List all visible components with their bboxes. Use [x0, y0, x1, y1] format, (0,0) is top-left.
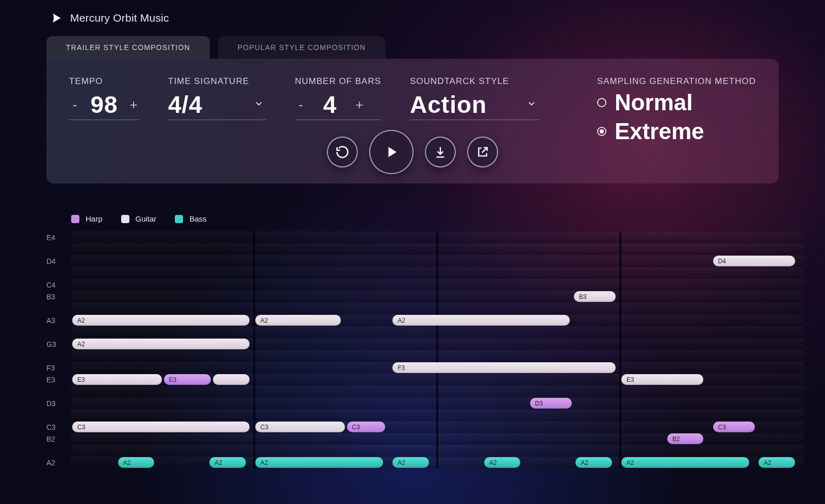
note-harp[interactable]: E3	[164, 374, 211, 385]
pitch-label: B3	[46, 293, 70, 301]
transport-actions	[327, 130, 498, 174]
note-guitar[interactable]: A2	[255, 315, 341, 326]
note-guitar[interactable]	[213, 374, 250, 385]
radio-icon	[597, 127, 606, 136]
note-guitar[interactable]: E3	[621, 374, 703, 385]
num-bars-label: NUMBER OF BARS	[295, 76, 381, 87]
num-bars-increase-button[interactable]: +	[354, 98, 365, 111]
track-legend: Harp Guitar Bass	[71, 214, 779, 223]
tempo-label: TEMPO	[69, 76, 139, 87]
legend-label: Bass	[189, 214, 206, 223]
pitch-label: D3	[46, 399, 70, 408]
legend-label: Guitar	[136, 214, 157, 223]
tab-popular-style[interactable]: POPULAR STYLE COMPOSITION	[218, 36, 386, 59]
note-bass[interactable]: A2	[392, 457, 429, 468]
note-guitar[interactable]: A2	[392, 315, 570, 326]
legend-swatch	[121, 215, 129, 223]
legend-item-guitar: Guitar	[121, 214, 157, 223]
note-harp[interactable]: C3	[347, 422, 385, 432]
note-bass[interactable]: A2	[118, 457, 155, 468]
note-guitar[interactable]: D4	[713, 256, 795, 266]
note-guitar[interactable]: C3	[255, 422, 345, 432]
note-bass[interactable]: A2	[575, 457, 612, 468]
sampling-option-normal[interactable]: Normal	[597, 90, 756, 115]
note-guitar[interactable]: C3	[72, 422, 250, 432]
pitch-label: C3	[46, 423, 70, 431]
pitch-label: E3	[46, 376, 70, 384]
download-button[interactable]	[425, 137, 456, 167]
bar-separator	[253, 231, 255, 468]
tab-trailer-style[interactable]: TRAILER STYLE COMPOSITION	[46, 36, 210, 59]
style-select[interactable]: Action	[410, 91, 539, 120]
note-harp[interactable]: C3	[713, 422, 755, 432]
app-header: Mercury Orbit Music	[46, 11, 779, 25]
app-title: Mercury Orbit Music	[70, 12, 169, 24]
pitch-label: G3	[46, 340, 70, 348]
regenerate-button[interactable]	[327, 137, 358, 167]
sampling-option-label: Normal	[615, 90, 693, 115]
tempo-control: TEMPO - 98 +	[69, 76, 139, 144]
note-guitar[interactable]: A2	[72, 315, 250, 326]
pitch-label: B2	[46, 435, 70, 443]
note-guitar[interactable]: A2	[72, 339, 250, 349]
style-value: Action	[410, 91, 508, 119]
sampling-label: SAMPLING GENERATION METHOD	[597, 76, 756, 87]
pitch-label: F3	[46, 364, 70, 372]
legend-label: Harp	[86, 214, 103, 223]
legend-item-harp: Harp	[71, 214, 103, 223]
note-harp[interactable]: D3	[530, 398, 572, 409]
pitch-label: D4	[46, 257, 70, 265]
pitch-label: A2	[46, 459, 70, 467]
chevron-down-icon	[524, 98, 539, 111]
piano-roll-grid[interactable]: D4B3A2A2A2A2F3E3E3E3D3C3C3C3C3B2A2A2A2A2…	[71, 231, 803, 468]
style-label: SOUNDTARCK STYLE	[410, 76, 539, 87]
piano-roll: E4D4C4B3A3G3F3E3D3C3B2A2 D4B3A2A2A2A2F3E…	[46, 231, 779, 468]
note-harp[interactable]: B2	[667, 433, 704, 444]
play-button[interactable]	[369, 130, 414, 174]
note-guitar[interactable]: E3	[72, 374, 162, 385]
note-bass[interactable]: A2	[209, 457, 246, 468]
bar-separator	[436, 231, 438, 468]
note-bass[interactable]: A2	[758, 457, 795, 468]
legend-item-bass: Bass	[175, 214, 206, 223]
legend-swatch	[175, 215, 183, 223]
num-bars-value: 4	[309, 91, 351, 119]
sampling-option-label: Extreme	[615, 119, 704, 144]
mode-tabs: TRAILER STYLE COMPOSITION POPULAR STYLE …	[46, 36, 779, 59]
legend-swatch	[71, 215, 79, 223]
sampling-option-extreme[interactable]: Extreme	[597, 119, 756, 144]
chevron-down-icon	[252, 98, 266, 111]
radio-icon	[597, 98, 606, 107]
note-guitar[interactable]: F3	[392, 362, 616, 373]
tempo-decrease-button[interactable]: -	[69, 98, 80, 111]
note-guitar[interactable]: B3	[574, 291, 616, 302]
pitch-label: C4	[46, 281, 70, 289]
time-signature-value: 4/4	[168, 91, 240, 119]
note-bass[interactable]: A2	[484, 457, 521, 468]
num-bars-decrease-button[interactable]: -	[295, 98, 306, 111]
time-signature-label: TIME SIGNATURE	[168, 76, 266, 87]
sampling-control: SAMPLING GENERATION METHOD Normal Extrem…	[597, 76, 756, 144]
tempo-value: 98	[84, 91, 125, 119]
pitch-label: E4	[46, 233, 70, 242]
export-button[interactable]	[467, 137, 498, 167]
time-signature-select[interactable]: 4/4	[168, 91, 266, 120]
note-bass[interactable]: A2	[621, 457, 749, 468]
note-bass[interactable]: A2	[255, 457, 383, 468]
logo-icon	[50, 11, 63, 25]
time-signature-control: TIME SIGNATURE 4/4	[168, 76, 266, 144]
bar-separator	[619, 231, 621, 468]
tempo-increase-button[interactable]: +	[128, 98, 139, 111]
pitch-label: A3	[46, 316, 70, 325]
